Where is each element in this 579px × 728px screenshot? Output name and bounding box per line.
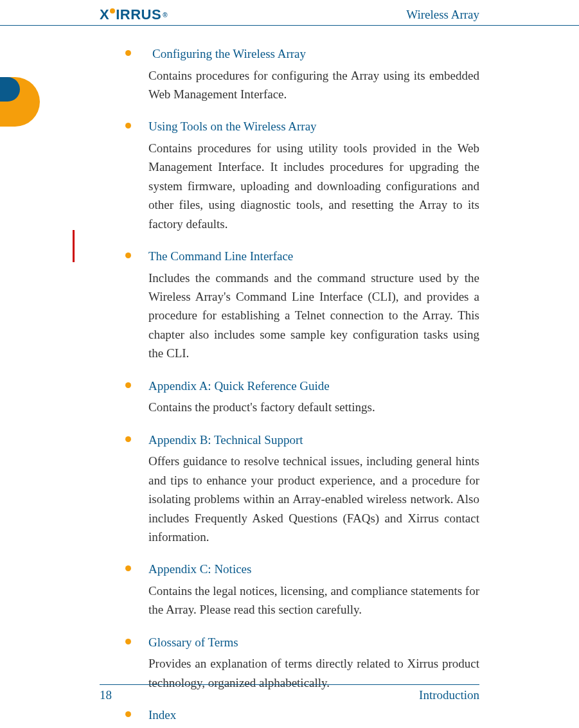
revision-bar-icon xyxy=(73,230,75,262)
bullet-icon xyxy=(125,382,131,388)
content-area: Configuring the Wireless Array Contains … xyxy=(0,45,579,728)
section-link[interactable]: Glossary of Terms xyxy=(148,634,479,652)
page-header: XIRRUS® Wireless Array xyxy=(0,6,579,26)
section-description: Contains procedures for configuring the … xyxy=(148,66,479,104)
section-description: Offers guidance to resolve technical iss… xyxy=(148,452,479,546)
bullet-icon xyxy=(125,123,131,129)
section-link[interactable]: Index xyxy=(148,706,479,725)
section-link[interactable]: The Command Line Interface xyxy=(148,247,479,266)
section-description: Contains procedures for using utility to… xyxy=(148,139,479,233)
section-link[interactable]: Using Tools on the Wireless Array xyxy=(148,118,479,136)
section-description: Includes the commands and the command st… xyxy=(148,269,479,363)
list-item: Configuring the Wireless Array Contains … xyxy=(125,45,479,103)
list-item: Appendix A: Quick Reference Guide Contai… xyxy=(125,377,479,417)
section-link[interactable]: Appendix B: Technical Support xyxy=(148,431,479,450)
section-link[interactable]: Appendix C: Notices xyxy=(148,560,479,579)
footer-section-name: Introduction xyxy=(419,688,479,702)
bullet-icon xyxy=(125,565,131,571)
section-link[interactable]: Appendix A: Quick Reference Guide xyxy=(148,377,479,396)
list-item: Appendix C: Notices Contains the legal n… xyxy=(125,560,479,619)
bullet-icon xyxy=(125,711,131,717)
list-item: The Command Line Interface Includes the … xyxy=(125,247,479,363)
bullet-icon xyxy=(125,639,131,644)
section-description: Contains the legal notices, licensing, a… xyxy=(148,582,479,619)
document-page: XIRRUS® Wireless Array Configuring the W… xyxy=(0,0,579,728)
header-title: Wireless Array xyxy=(406,8,479,22)
bullet-icon xyxy=(125,50,131,56)
list-item: Glossary of Terms Provides an explanatio… xyxy=(125,634,479,692)
page-footer: 18 Introduction xyxy=(100,684,479,702)
list-item: Index The index is a valuable informatio… xyxy=(125,706,479,728)
list-item: Appendix B: Technical Support Offers gui… xyxy=(125,431,479,547)
logo-text: XIRRUS® xyxy=(100,6,168,23)
section-link[interactable]: Configuring the Wireless Array xyxy=(152,45,479,64)
bullet-icon xyxy=(125,253,131,258)
bullet-icon xyxy=(125,436,131,442)
page-number: 18 xyxy=(100,688,112,702)
section-description: Contains the product's factory default s… xyxy=(148,398,479,416)
company-logo: XIRRUS® xyxy=(100,6,168,23)
list-item: Using Tools on the Wireless Array Contai… xyxy=(125,118,479,233)
page-tab-decoration xyxy=(0,77,40,127)
